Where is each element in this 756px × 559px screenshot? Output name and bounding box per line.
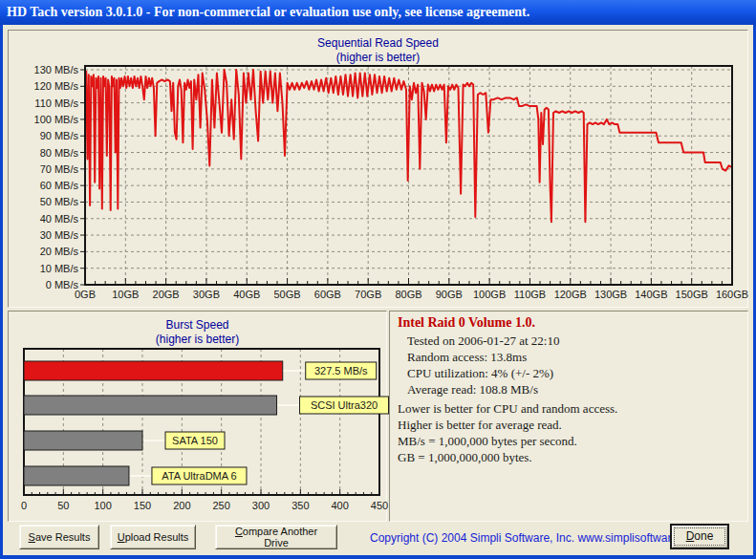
x-axis-label: 250 xyxy=(212,500,229,511)
bar-scsi-ultra320 xyxy=(24,396,277,415)
y-axis-label: 60 MB/s xyxy=(13,179,78,192)
info-note-line: Lower is better for CPU and random acces… xyxy=(398,401,617,417)
hdtach-window: HD Tach version 3.0.1.0 - For non-commer… xyxy=(0,0,756,559)
y-axis-label: 110 MB/s xyxy=(13,97,78,110)
drive-detail-line: Random access: 13.8ms xyxy=(407,350,527,365)
burst-chart-title: Burst Speed xyxy=(9,318,386,333)
y-axis-label: 90 MB/s xyxy=(13,129,78,142)
x-axis-label: 150 xyxy=(134,500,151,511)
bar-sata-150 xyxy=(24,431,142,450)
sequential-read-chart xyxy=(78,63,742,299)
info-note-line: GB = 1,000,000,000 bytes. xyxy=(398,450,532,465)
title-bar[interactable]: HD Tach version 3.0.1.0 - For non-commer… xyxy=(0,0,756,25)
y-axis-label: 40 MB/s xyxy=(13,212,78,226)
save-results-button[interactable]: Save Results xyxy=(19,525,99,549)
y-axis-label: 10 MB/s xyxy=(13,262,78,275)
y-axis-label: 120 MB/s xyxy=(13,79,78,93)
sequential-chart-title: Sequential Read Speed xyxy=(9,36,747,51)
bar-ata-ultradma-6 xyxy=(24,466,129,485)
drive-detail-line: CPU utilization: 4% (+/- 2%) xyxy=(407,366,553,381)
y-axis-label: 50 MB/s xyxy=(13,195,78,208)
done-button[interactable]: Done xyxy=(670,524,729,549)
upload-results-button[interactable]: Upload Results xyxy=(110,525,196,549)
x-axis-label: 450 xyxy=(371,500,388,511)
bar-327-5-mb-s xyxy=(24,361,283,380)
x-axis-label: 0 xyxy=(21,500,27,511)
x-axis-label: 50 xyxy=(57,500,69,511)
x-axis-label: 100 xyxy=(94,500,111,511)
info-note-line: Higher is better for average read. xyxy=(398,418,562,433)
window-title: HD Tach version 3.0.1.0 - For non-commer… xyxy=(7,5,529,19)
y-axis-label: 80 MB/s xyxy=(13,146,78,160)
info-note-line: MB/s = 1,000,000 bytes per second. xyxy=(398,434,577,449)
drive-detail-line: Average read: 108.8 MB/s xyxy=(407,382,538,398)
bar-label: SCSI Ultra320 xyxy=(311,399,378,411)
x-axis-label: 300 xyxy=(252,500,270,511)
burst-speed-panel: Burst Speed (higher is better) 327.5 MB/… xyxy=(8,311,387,522)
y-axis-label: 70 MB/s xyxy=(13,162,78,176)
y-axis-label: 30 MB/s xyxy=(13,228,78,242)
compare-another-drive-button[interactable]: Compare Another Drive xyxy=(215,525,337,549)
drive-info-panel: Intel Raid 0 Volume 1.0. Tested on 2006-… xyxy=(389,311,748,522)
burst-speed-chart: 327.5 MB/sSCSI Ultra320SATA 150ATA Ultra… xyxy=(17,345,386,519)
x-axis-label: 350 xyxy=(292,500,309,511)
drive-name-heading: Intel Raid 0 Volume 1.0. xyxy=(398,315,535,331)
x-axis-label: 160GB xyxy=(705,289,756,300)
bar-label: 327.5 MB/s xyxy=(314,365,368,376)
copyright-text: Copyright (C) 2004 Simpli Software, Inc.… xyxy=(370,531,702,545)
y-axis-label: 130 MB/s xyxy=(13,63,78,76)
bar-label: SATA 150 xyxy=(172,435,218,446)
y-axis-label: 100 MB/s xyxy=(13,113,78,126)
x-axis-label: 200 xyxy=(173,500,190,511)
bar-label: ATA UltraDMA 6 xyxy=(162,470,236,482)
sequential-read-panel: Sequential Read Speed (higher is better)… xyxy=(8,30,748,308)
y-axis-label: 20 MB/s xyxy=(13,245,78,258)
drive-detail-line: Tested on 2006-01-27 at 22:10 xyxy=(407,333,559,349)
x-axis-label: 400 xyxy=(331,500,348,511)
